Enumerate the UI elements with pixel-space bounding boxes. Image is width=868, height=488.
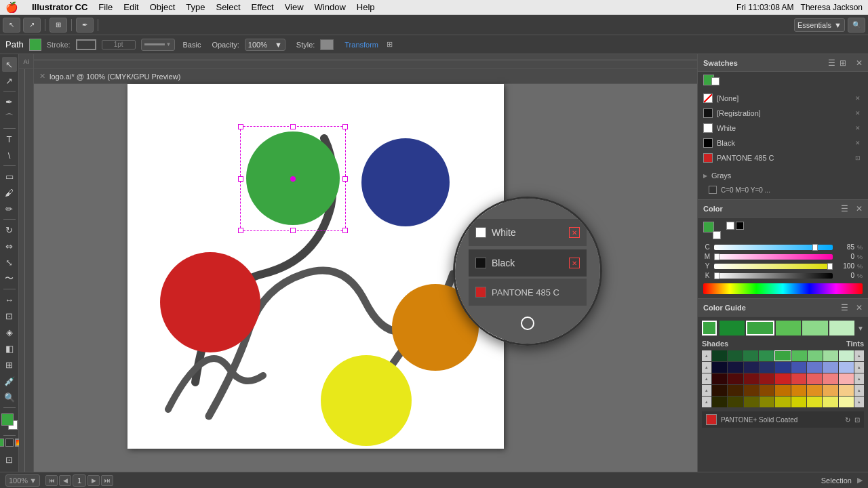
cg-cell-r3-1[interactable] <box>712 373 727 384</box>
cg-cell-r4-8[interactable] <box>823 385 837 396</box>
blue-circle[interactable] <box>361 138 450 226</box>
cg-row4-icon2[interactable]: ▴ <box>854 385 864 396</box>
stroke-style-btn[interactable]: ▼ <box>141 39 175 51</box>
red-circle[interactable] <box>160 252 260 352</box>
cg-cell-r2-3[interactable] <box>744 362 759 373</box>
artboard-tool[interactable]: ⊡ <box>2 452 17 467</box>
cg-cell-r3-9[interactable] <box>839 373 854 384</box>
handle-bm[interactable] <box>290 228 296 233</box>
slider-y-track[interactable] <box>714 264 833 269</box>
apple-menu[interactable]: 🍎 <box>5 1 18 14</box>
cg-row2-icon1[interactable]: ▴ <box>702 362 711 373</box>
canvas-container[interactable] <box>127 84 504 449</box>
color-stroke-swatch[interactable] <box>713 231 721 239</box>
slider-m-track[interactable] <box>714 254 833 260</box>
slider-c-track[interactable] <box>714 245 833 250</box>
stroke-mode-btn[interactable] <box>5 439 14 447</box>
swatch-black-del[interactable]: ✕ <box>853 138 863 148</box>
cg-cell-r3-8[interactable] <box>823 373 837 384</box>
swatches-menu-icon[interactable]: ☰ <box>828 58 835 68</box>
menu-window[interactable]: Window <box>315 2 346 12</box>
pencil-tool[interactable]: ✏ <box>2 201 17 216</box>
search-btn[interactable]: 🔍 <box>848 18 865 33</box>
rotate-tool[interactable]: ↻ <box>2 222 17 237</box>
cg-cell-r1-2[interactable] <box>728 350 743 361</box>
zoom-tool[interactable]: 🔍 <box>2 390 17 405</box>
cg-cell-r4-2[interactable] <box>728 385 743 396</box>
cg-cell-r3-7[interactable] <box>807 373 822 384</box>
swatch-none-del[interactable]: ✕ <box>853 94 863 103</box>
cg-cell-r2-7[interactable] <box>807 362 822 373</box>
slider-c-thumb[interactable] <box>812 244 818 251</box>
type-tool[interactable]: T <box>2 131 17 146</box>
nav-last-btn[interactable]: ⏭ <box>101 475 113 486</box>
cg-cell-r5-8[interactable] <box>823 396 837 407</box>
cg-cell-r1-3[interactable] <box>743 350 758 361</box>
fill-swatch[interactable] <box>29 39 41 51</box>
nav-prev-btn[interactable]: ◀ <box>59 475 71 486</box>
cg-row5-icon1[interactable]: ▴ <box>702 396 711 407</box>
swatch-registration[interactable]: [Registration] ✕ <box>701 106 865 121</box>
cg-cell-r3-6[interactable] <box>791 373 806 384</box>
cg-cell-r3-3[interactable] <box>744 373 759 384</box>
cg-cell-r1-1[interactable] <box>712 350 727 361</box>
cg-cell-r2-1[interactable] <box>712 362 727 373</box>
cg-cell-r3-4[interactable] <box>760 373 774 384</box>
handle-tr[interactable] <box>342 124 348 129</box>
stroke-weight[interactable]: 1pt <box>102 40 136 49</box>
foreground-color-swatch[interactable] <box>1 413 14 426</box>
cg-row5-icon2[interactable]: ▴ <box>854 396 864 407</box>
handle-mr[interactable] <box>342 176 348 182</box>
handle-tl[interactable] <box>238 124 243 129</box>
cg-row1-icon1[interactable]: ▴ <box>702 350 711 361</box>
select-tool-btn[interactable]: ↖ <box>3 18 20 33</box>
fill-mode-btn[interactable] <box>0 439 4 447</box>
pen-tool[interactable]: ✒ <box>2 94 17 109</box>
align-btn[interactable]: ⊞ <box>387 40 393 49</box>
cg-footer-swatch[interactable] <box>706 414 717 425</box>
cg-cell-r4-7[interactable] <box>807 385 822 396</box>
cg-menu-icon[interactable]: ☰ <box>841 303 848 312</box>
selection-tool[interactable]: ↖ <box>2 57 17 72</box>
slider-m-thumb[interactable] <box>714 253 719 260</box>
swatches-grid-icon[interactable]: ⊞ <box>840 58 846 68</box>
cg-cell-r5-6[interactable] <box>791 396 806 407</box>
opacity-input[interactable]: 100% ▼ <box>245 39 285 51</box>
cg-refresh-icon[interactable]: ↻ <box>845 416 850 424</box>
cg-cell-r2-8[interactable] <box>823 362 837 373</box>
shape-builder-tool[interactable]: ◈ <box>2 325 17 340</box>
cg-row3-icon2[interactable]: ▴ <box>854 373 864 384</box>
cg-cell-r2-6[interactable] <box>791 362 806 373</box>
green-circle[interactable] <box>246 131 340 225</box>
zoom-dropdown[interactable]: 100% ▼ <box>5 474 40 487</box>
slider-k-track[interactable] <box>714 273 833 279</box>
cg-cell-r4-4[interactable] <box>760 385 774 396</box>
handle-ml[interactable] <box>238 176 243 182</box>
cg-harmony-4[interactable] <box>802 321 827 336</box>
cg-base-swatch[interactable] <box>702 321 717 336</box>
cg-cell-r1-7[interactable] <box>808 350 823 361</box>
swatch-pantone-del[interactable]: ⊡ <box>853 153 863 163</box>
swatches-close-icon[interactable]: ✕ <box>856 58 863 68</box>
pen-tool-btn[interactable]: ✒ <box>76 18 94 33</box>
grays-group[interactable]: ▶ Grays <box>701 168 865 183</box>
color-menu-icon[interactable]: ☰ <box>841 204 848 214</box>
cg-cell-r2-4[interactable] <box>760 362 774 373</box>
width-tool[interactable]: ↔ <box>2 292 17 307</box>
swatch-reg-del[interactable]: ✕ <box>853 108 863 118</box>
swatch-stroke[interactable] <box>711 77 719 85</box>
cg-harmony-5[interactable] <box>829 321 854 336</box>
line-tool[interactable]: \ <box>2 148 17 163</box>
menu-edit[interactable]: Edit <box>123 2 138 12</box>
direct-select-btn[interactable]: ↗ <box>23 18 41 33</box>
orange-circle[interactable] <box>392 284 479 371</box>
cg-cell-r1-8[interactable] <box>823 350 838 361</box>
arrange-btn[interactable]: ⊞ <box>50 18 67 33</box>
cg-cell-r2-2[interactable] <box>728 362 743 373</box>
style-box[interactable] <box>320 39 334 50</box>
transform-btn[interactable]: Transform <box>344 41 378 49</box>
handle-tm[interactable] <box>290 124 296 129</box>
cg-harmony-3[interactable] <box>776 321 801 336</box>
cg-cell-r1-9[interactable] <box>839 350 854 361</box>
cg-row4-icon1[interactable]: ▴ <box>702 385 711 396</box>
